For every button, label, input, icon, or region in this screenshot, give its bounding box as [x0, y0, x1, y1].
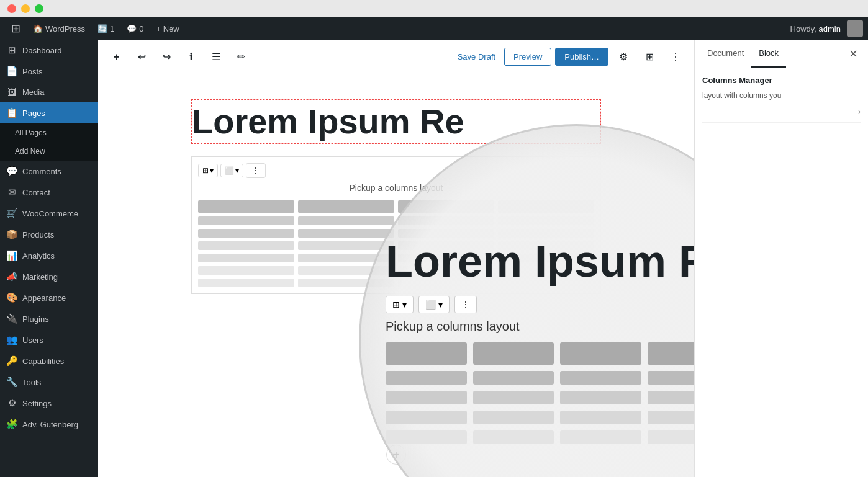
sidebar-item-dashboard[interactable]: ⊞ Dashboard [0, 40, 98, 61]
panel-body: Columns Manager layout with columns you … [695, 68, 868, 477]
add-block-button[interactable]: + [106, 46, 128, 68]
panel-section-title: Columns Manager [702, 76, 861, 85]
sidebar-item-pages[interactable]: 📋 Pages [0, 102, 98, 123]
contact-icon: ✉ [6, 187, 17, 198]
col-cell [198, 229, 294, 238]
m-col-cell [648, 430, 694, 444]
preview-button[interactable]: Preview [504, 48, 551, 66]
sidebar-item-capabilities[interactable]: 🔑 Capabilities [0, 350, 98, 372]
right-panel: Document Block ✕ Columns Manager layout … [694, 40, 868, 477]
sidebar-item-adv-gutenberg[interactable]: 🧩 Adv. Gutenberg [0, 414, 98, 435]
columns-layout-button[interactable]: ⊞ ▾ [198, 164, 218, 177]
sidebar-item-posts[interactable]: 📄 Posts [0, 61, 98, 82]
settings-icon: ⚙ [6, 398, 17, 409]
close-button[interactable] [7, 4, 16, 13]
col-cell [498, 254, 594, 262]
sidebar-item-users[interactable]: 👥 Users [0, 329, 98, 350]
col-cell [198, 266, 294, 275]
undo-button[interactable]: ↩ [130, 46, 153, 68]
panel-section-row[interactable]: › [702, 101, 861, 123]
sidebar-item-tools[interactable]: 🔧 Tools [0, 372, 98, 393]
sidebar-item-all-pages[interactable]: All Pages [0, 123, 98, 142]
panel-close-button[interactable]: ✕ [843, 44, 863, 64]
tools-icon: 🔧 [6, 377, 17, 388]
info-button[interactable]: ℹ [180, 46, 202, 68]
add-canvas-icon: + [392, 448, 400, 462]
settings-toggle-icon: ⚙ [619, 51, 628, 63]
close-icon: ✕ [849, 47, 858, 61]
more-icon: ⋮ [251, 166, 260, 176]
dashboard-icon: ⊞ [6, 45, 17, 56]
add-icon: + [114, 51, 119, 63]
sidebar-item-marketing[interactable]: 📣 Marketing [0, 266, 98, 287]
posts-icon: 📄 [6, 66, 17, 77]
tools-edit-icon: ✏ [237, 51, 245, 63]
adminbar-updates[interactable]: 🔄 1 [91, 17, 120, 40]
col-cell [398, 241, 494, 250]
adminbar-wp-logo[interactable]: ⊞ [5, 17, 27, 40]
col-cell [298, 279, 394, 287]
avatar[interactable] [847, 20, 863, 37]
sidebar-item-products[interactable]: 📦 Products [0, 224, 98, 245]
col-cell [398, 216, 494, 225]
sidebar-item-plugins[interactable]: 🔌 Plugins [0, 308, 98, 329]
adv-gutenberg-icon: 🧩 [6, 419, 17, 430]
more-options-button[interactable]: ⋮ [664, 46, 687, 68]
capabilities-icon: 🔑 [6, 355, 17, 367]
sidebar: ⊞ Dashboard 📄 Posts 🖼 Media 📋 Pages All … [0, 40, 98, 477]
columns-block[interactable]: ⊞ ▾ ⬜ ▾ ⋮ Pickup a columns layout [191, 156, 601, 294]
tab-document[interactable]: Document [700, 40, 751, 68]
chevron-down-icon: ▾ [210, 166, 214, 175]
adminbar-right: Howdy, admin [790, 20, 863, 37]
sidebar-item-contact[interactable]: ✉ Contact [0, 182, 98, 203]
tab-block[interactable]: Block [751, 40, 786, 68]
col-header-1 [198, 200, 294, 213]
howdy-text: Howdy, admin [790, 24, 841, 33]
adminbar-comments[interactable]: 💬 0 [120, 17, 150, 40]
col-cell [198, 279, 294, 287]
toolbar-right: Save Draft Preview Publish… ⚙ ⊞ ⋮ [453, 46, 687, 68]
list-view-button[interactable]: ☰ [205, 46, 227, 68]
minimize-button[interactable] [21, 4, 30, 13]
sidebar-item-analytics[interactable]: 📊 Analytics [0, 245, 98, 266]
col-header-3 [398, 200, 494, 213]
save-draft-button[interactable]: Save Draft [453, 48, 500, 65]
col-header-2 [298, 200, 394, 213]
columns-block-toolbar: ⊞ ▾ ⬜ ▾ ⋮ [198, 163, 594, 178]
settings-toggle-button[interactable]: ⚙ [612, 46, 635, 68]
sidebar-item-add-new[interactable]: Add New [0, 142, 98, 161]
view-toggle-button[interactable]: ⊞ [638, 46, 661, 68]
m-col-cell [648, 411, 694, 424]
col-cell [498, 279, 594, 287]
m-col-cell [648, 391, 694, 404]
sidebar-item-media[interactable]: 🖼 Media [0, 82, 98, 102]
adminbar-site-name[interactable]: 🏠 WordPress [27, 17, 91, 40]
col-cell [498, 266, 594, 275]
sidebar-item-settings[interactable]: ⚙ Settings [0, 393, 98, 414]
more-options-icon: ⋮ [671, 51, 680, 63]
titlebar [0, 0, 868, 17]
col-cell [198, 216, 294, 225]
col-cell [498, 241, 594, 250]
maximize-button[interactable] [35, 4, 43, 13]
sidebar-item-woocommerce[interactable]: 🛒 WooCommerce [0, 203, 98, 224]
columns-more-button[interactable]: ⋮ [246, 163, 266, 178]
sidebar-item-comments[interactable]: 💬 Comments [0, 161, 98, 182]
tools-button[interactable]: ✏ [230, 46, 252, 68]
panel-section-text: layout with columns you [702, 90, 861, 101]
publish-button[interactable]: Publish… [555, 48, 608, 66]
add-block-canvas-button[interactable]: + [386, 445, 406, 465]
redo-button[interactable]: ↪ [155, 46, 178, 68]
align-icon: ⬜ [225, 166, 234, 175]
wp-logo-icon: ⊞ [11, 22, 20, 35]
updates-icon: 🔄 [97, 24, 107, 33]
redo-icon: ↪ [163, 51, 171, 63]
col-cell [298, 216, 394, 225]
columns-align-button[interactable]: ⬜ ▾ [220, 164, 243, 177]
sidebar-item-appearance[interactable]: 🎨 Appearance [0, 287, 98, 308]
col-cell [398, 254, 494, 262]
editor-toolbar: + ↩ ↪ ℹ ☰ ✏ Save Draft [98, 40, 694, 74]
adminbar-new[interactable]: + New [150, 17, 186, 40]
page-title-block[interactable]: Lorem Ipsum Re [191, 99, 601, 144]
col-cell [498, 229, 594, 238]
